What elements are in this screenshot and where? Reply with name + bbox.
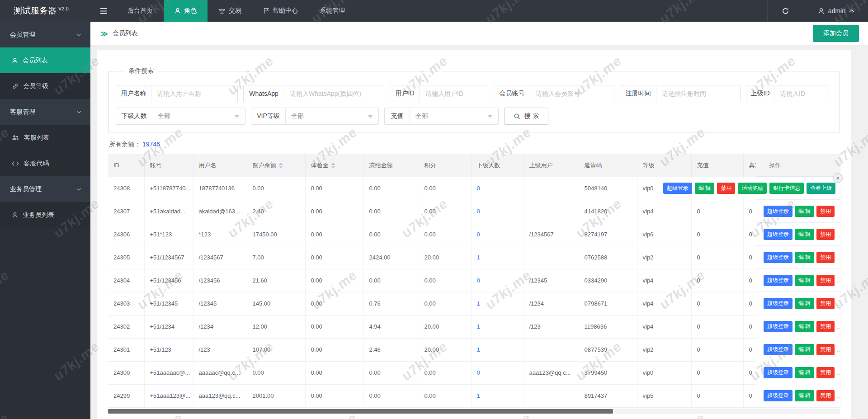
expanded-action-success[interactable]: 活动奖励 xyxy=(738,183,767,194)
sidebar-item-agent-list[interactable]: 业务员列表 xyxy=(0,202,90,228)
more-actions-button[interactable]: ... xyxy=(837,346,840,353)
user-menu[interactable]: admin xyxy=(804,0,868,22)
column-title: 等级 xyxy=(643,161,655,169)
action-button-success[interactable]: 编 辑 xyxy=(795,252,814,263)
sidebar-item-service-list[interactable]: 客服列表 xyxy=(0,125,90,151)
whatsapp-input[interactable] xyxy=(284,85,384,102)
topnav-item-system[interactable]: 系统管理 xyxy=(309,0,356,22)
sidebar-group-label: 业务员管理 xyxy=(10,185,42,193)
action-button-primary[interactable]: 超级登录 xyxy=(764,275,793,286)
cell-account: +51/123 xyxy=(144,338,193,361)
expanded-action-success[interactable]: 银行卡信息 xyxy=(769,183,804,194)
recharge-select[interactable]: 全部 xyxy=(410,108,498,124)
sidebar-group-agent-mgmt[interactable]: 业务员管理 xyxy=(0,176,90,202)
topnav-item-roles[interactable]: 角色 xyxy=(164,0,208,22)
action-button-success[interactable]: 编 辑 xyxy=(795,229,814,240)
sidebar-item-service-code[interactable]: 客服代码 xyxy=(0,151,90,176)
action-button-primary[interactable]: 超级登录 xyxy=(764,321,793,332)
add-member-button[interactable]: 添加会员 xyxy=(813,25,859,42)
action-button-danger[interactable]: 禁用 xyxy=(816,321,835,332)
action-button-danger[interactable]: 禁用 xyxy=(816,344,835,355)
subordinates-link[interactable]: 1 xyxy=(477,392,480,399)
action-button-danger[interactable]: 禁用 xyxy=(816,298,835,309)
balance-summary-value[interactable]: 19746 xyxy=(142,141,160,148)
more-actions-button[interactable]: ... xyxy=(837,254,840,261)
register-time-input[interactable] xyxy=(656,85,740,102)
table-header-row: ID账号用户名账户余额体验金冻结金额积分下级人数上级用户邀请码等级充值真实 xyxy=(108,154,840,177)
action-button-primary[interactable]: 超级登录 xyxy=(764,344,793,355)
sidebar-item-label: 会员等级 xyxy=(23,82,48,90)
topnav-item-home[interactable]: 后台首页 xyxy=(117,0,164,22)
topnav-item-trade[interactable]: 交易 xyxy=(208,0,252,22)
more-actions-button[interactable]: ... xyxy=(837,369,840,376)
action-button-success[interactable]: 编 辑 xyxy=(795,390,814,401)
cell-frozen: 0.00 xyxy=(363,177,419,200)
action-button-danger[interactable]: 禁用 xyxy=(816,229,835,240)
action-button-primary[interactable]: 超级登录 xyxy=(764,390,793,401)
subordinates-link[interactable]: 1 xyxy=(477,323,480,330)
username-input[interactable] xyxy=(151,85,237,102)
cell-frozen: 0.00 xyxy=(363,223,419,246)
filter-label-sub-count: 下级人数 xyxy=(116,108,152,124)
subordinates-link[interactable]: 0 xyxy=(477,231,480,238)
expanded-action-teal[interactable]: 查看上级 xyxy=(807,183,835,194)
parent-id-input[interactable] xyxy=(774,85,829,102)
sort-icon[interactable] xyxy=(278,163,283,168)
close-icon[interactable]: × xyxy=(833,173,843,183)
more-actions-button[interactable]: ... xyxy=(837,323,840,330)
more-actions-button[interactable]: ... xyxy=(837,300,840,307)
more-actions-button[interactable]: ... xyxy=(837,231,840,238)
sub-count-select[interactable]: 全部 xyxy=(152,108,245,124)
sidebar-group-member-mgmt[interactable]: 会员管理 xyxy=(0,22,90,47)
search-button[interactable]: 搜 索 xyxy=(504,108,548,125)
action-button-danger[interactable]: 禁用 xyxy=(816,206,835,217)
more-actions-button[interactable]: ... xyxy=(837,208,840,215)
more-actions-button[interactable]: ... xyxy=(837,392,840,399)
sidebar-group-service-mgmt[interactable]: 客服管理 xyxy=(0,99,90,125)
subordinates-link[interactable]: 1 xyxy=(477,254,480,261)
expanded-action-success[interactable]: 编 辑 xyxy=(695,183,714,194)
refresh-button[interactable] xyxy=(767,0,804,22)
subordinates-link[interactable]: 0 xyxy=(477,277,480,284)
action-button-primary[interactable]: 超级登录 xyxy=(764,298,793,309)
expanded-action-danger[interactable]: 禁用 xyxy=(717,183,735,194)
sort-icon[interactable] xyxy=(331,163,335,168)
action-button-danger[interactable]: 禁用 xyxy=(816,390,835,401)
expanded-action-primary[interactable]: 超级登录 xyxy=(663,183,692,194)
action-button-success[interactable]: 编 辑 xyxy=(795,206,814,217)
action-button-danger[interactable]: 禁用 xyxy=(816,367,835,378)
expanded-actions-popover: × 超级登录编 辑禁用活动奖励银行卡信息查看上级 xyxy=(659,178,840,198)
action-button-success[interactable]: 编 辑 xyxy=(795,321,814,332)
action-button-success[interactable]: 编 辑 xyxy=(795,367,814,378)
action-button-primary[interactable]: 超级登录 xyxy=(764,252,793,263)
column-header-3: 账户余额 xyxy=(247,154,305,177)
action-button-primary[interactable]: 超级登录 xyxy=(764,367,793,378)
filter-group-vip-level: VIP等级全部 xyxy=(251,108,379,125)
action-button-success[interactable]: 编 辑 xyxy=(795,344,814,355)
cell-id: 24300 xyxy=(108,361,144,384)
action-button-danger[interactable]: 禁用 xyxy=(816,252,835,263)
column-title: ID xyxy=(113,162,119,169)
action-button-success[interactable]: 编 辑 xyxy=(795,298,814,309)
user-id-input[interactable] xyxy=(420,85,488,102)
action-button-danger[interactable]: 禁用 xyxy=(816,275,835,286)
subordinates-link[interactable]: 0 xyxy=(477,185,480,192)
scrollbar-thumb[interactable] xyxy=(108,409,613,414)
more-actions-button[interactable]: ... xyxy=(837,277,840,284)
subordinates-link[interactable]: 0 xyxy=(477,369,480,376)
subordinates-link[interactable]: 1 xyxy=(477,300,480,307)
column-header-label: 下级人数 xyxy=(477,161,500,169)
member-account-input[interactable] xyxy=(530,85,614,102)
action-button-primary[interactable]: 超级登录 xyxy=(764,229,793,240)
hamburger-menu-icon[interactable] xyxy=(90,0,117,22)
column-title: 体验金 xyxy=(311,161,329,169)
action-button-success[interactable]: 编 辑 xyxy=(795,275,814,286)
subordinates-link[interactable]: 0 xyxy=(477,208,480,215)
topnav-item-help[interactable]: 帮助中心 xyxy=(252,0,309,22)
cell-balance: 17450.00 xyxy=(247,223,305,246)
vip-level-select[interactable]: 全部 xyxy=(286,108,378,124)
action-button-primary[interactable]: 超级登录 xyxy=(764,206,793,217)
subordinates-link[interactable]: 1 xyxy=(477,346,480,353)
sidebar-item-member-list[interactable]: 会员列表 xyxy=(0,47,90,73)
sidebar-item-member-level[interactable]: 会员等级 xyxy=(0,73,90,99)
